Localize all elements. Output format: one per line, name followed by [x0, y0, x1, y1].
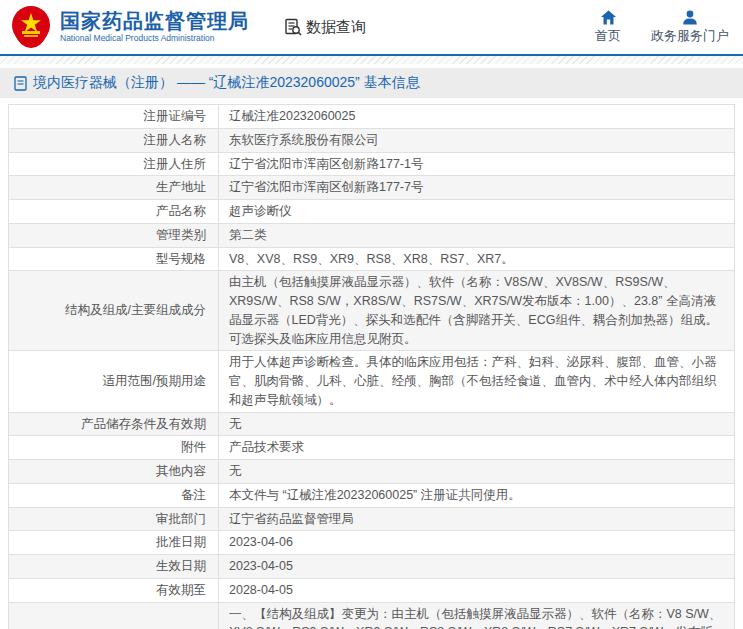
field-label: 其他内容	[9, 460, 219, 484]
row-cert-no: 注册证编号 辽械注准20232060025	[9, 105, 735, 129]
page-title: 境内医疗器械（注册） —— “辽械注准20232060025” 基本信息	[33, 74, 420, 92]
field-value: 2028-04-05	[219, 578, 735, 602]
row-effective-date: 生效日期 2023-04-05	[9, 555, 735, 579]
site-header: 国家药品监督管理局 National Medical Products Admi…	[0, 0, 743, 56]
row-approval-department: 审批部门 辽宁省药品监督管理局	[9, 507, 735, 531]
field-label: 备注	[9, 483, 219, 507]
field-value: 2023-04-06	[219, 531, 735, 555]
row-change-status: 变更情况 一、【结构及组成】变更为：由主机（包括触摸屏液晶显示器）、软件（名称：…	[9, 602, 735, 629]
row-approval-date: 批准日期 2023-04-06	[9, 531, 735, 555]
data-query-label: 数据查询	[306, 18, 366, 37]
field-value: 无	[219, 412, 735, 436]
nav-home[interactable]: 首页	[595, 10, 621, 45]
hatched-divider	[0, 56, 743, 64]
org-name-en: National Medical Products Administration	[60, 34, 249, 43]
row-structure-composition: 结构及组成/主要组成成分 由主机（包括触摸屏液晶显示器）、软件（名称：V8S/W…	[9, 271, 735, 351]
row-storage-validity: 产品储存条件及有效期 无	[9, 412, 735, 436]
row-attachment: 附件 产品技术要求	[9, 436, 735, 460]
field-label: 注册人名称	[9, 128, 219, 152]
field-value: 第二类	[219, 223, 735, 247]
field-label: 附件	[9, 436, 219, 460]
field-label: 变更情况	[9, 602, 219, 629]
field-value: 超声诊断仪	[219, 200, 735, 224]
field-label: 审批部门	[9, 507, 219, 531]
field-value: 无	[219, 460, 735, 484]
data-query-icon	[284, 18, 302, 36]
field-label: 结构及组成/主要组成成分	[9, 271, 219, 351]
row-product-name: 产品名称 超声诊断仪	[9, 200, 735, 224]
field-label: 管理类别	[9, 223, 219, 247]
field-label: 型号规格	[9, 247, 219, 271]
field-value: 一、【结构及组成】变更为：由主机（包括触摸屏液晶显示器）、软件（名称：V8 S/…	[219, 602, 735, 629]
nav-portal-label: 政务服务门户	[651, 27, 729, 45]
nav-home-label: 首页	[595, 27, 621, 45]
field-label: 生产地址	[9, 176, 219, 200]
field-label: 生效日期	[9, 555, 219, 579]
nmpa-logo[interactable]: 国家药品监督管理局 National Medical Products Admi…	[10, 5, 249, 49]
field-value: 2023-04-05	[219, 555, 735, 579]
field-value: 本文件与 “辽械注准20232060025” 注册证共同使用。	[219, 483, 735, 507]
user-icon	[682, 10, 698, 25]
field-label: 产品名称	[9, 200, 219, 224]
field-value: 东软医疗系统股份有限公司	[219, 128, 735, 152]
field-label: 适用范围/预期用途	[9, 351, 219, 412]
org-name-cn: 国家药品监督管理局	[60, 10, 249, 32]
registration-info-table: 注册证编号 辽械注准20232060025 注册人名称 东软医疗系统股份有限公司…	[8, 104, 735, 629]
field-value: 由主机（包括触摸屏液晶显示器）、软件（名称：V8S/W、XV8S/W、RS9S/…	[219, 271, 735, 351]
row-model-spec: 型号规格 V8、XV8、RS9、XR9、RS8、XR8、RS7、XR7。	[9, 247, 735, 271]
row-intended-use: 适用范围/预期用途 用于人体超声诊断检查。具体的临床应用包括：产科、妇科、泌尿科…	[9, 351, 735, 412]
page-title-bar: 境内医疗器械（注册） —— “辽械注准20232060025” 基本信息	[0, 68, 743, 98]
row-management-class: 管理类别 第二类	[9, 223, 735, 247]
field-label: 注册人住所	[9, 152, 219, 176]
row-other-content: 其他内容 无	[9, 460, 735, 484]
field-label: 有效期至	[9, 578, 219, 602]
field-value: 辽宁省沈阳市浑南区创新路177-7号	[219, 176, 735, 200]
field-value: 辽宁省药品监督管理局	[219, 507, 735, 531]
row-registrant-name: 注册人名称 东软医疗系统股份有限公司	[9, 128, 735, 152]
field-label: 注册证编号	[9, 105, 219, 129]
document-icon	[14, 76, 27, 91]
field-value: 辽械注准20232060025	[219, 105, 735, 129]
row-production-address: 生产地址 辽宁省沈阳市浑南区创新路177-7号	[9, 176, 735, 200]
field-label: 批准日期	[9, 531, 219, 555]
field-value: 用于人体超声诊断检查。具体的临床应用包括：产科、妇科、泌尿科、腹部、血管、小器官…	[219, 351, 735, 412]
data-query-button[interactable]: 数据查询	[284, 18, 366, 37]
nav-portal[interactable]: 政务服务门户	[651, 10, 729, 45]
row-expiry-date: 有效期至 2028-04-05	[9, 578, 735, 602]
field-value: V8、XV8、RS9、XR9、RS8、XR8、RS7、XR7。	[219, 247, 735, 271]
home-icon	[600, 10, 617, 25]
national-emblem-icon	[10, 5, 52, 49]
field-label: 产品储存条件及有效期	[9, 412, 219, 436]
row-remark: 备注 本文件与 “辽械注准20232060025” 注册证共同使用。	[9, 483, 735, 507]
row-registrant-address: 注册人住所 辽宁省沈阳市浑南区创新路177-1号	[9, 152, 735, 176]
field-value: 产品技术要求	[219, 436, 735, 460]
field-value: 辽宁省沈阳市浑南区创新路177-1号	[219, 152, 735, 176]
